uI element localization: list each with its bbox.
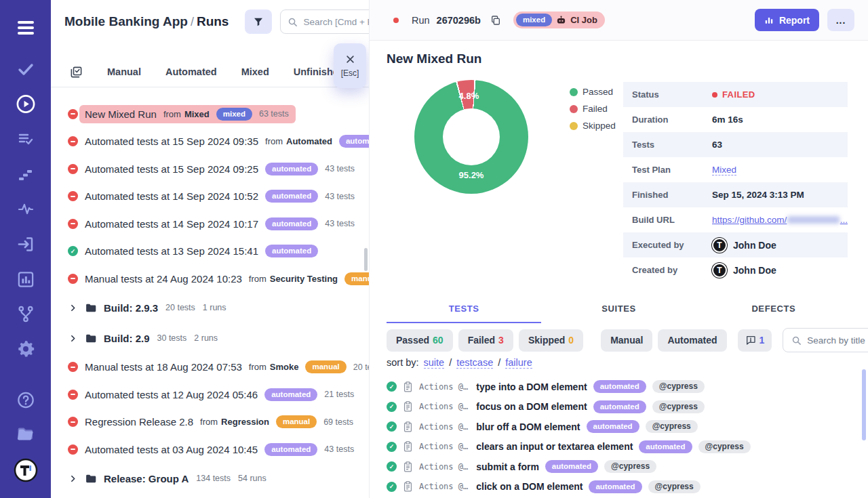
test-list-item[interactable]: Actions @… focus on a DOM element automa… [387,397,868,417]
detail-label: Status [632,89,712,100]
settings-gear-icon[interactable] [16,339,35,358]
menu-icon[interactable] [16,19,36,37]
sort-testcase-link[interactable]: testcase [456,357,493,369]
filter-automated-button[interactable]: Automated [658,329,726,352]
run-group-item[interactable]: Release: Group A 134 tests 54 runs [51,463,369,494]
from-label: from [249,362,267,372]
user-name: John Doe [733,240,776,251]
breadcrumb-project[interactable]: Mobile Banking App [64,14,188,29]
analytics-icon[interactable] [16,270,35,289]
run-type-badge: manual [276,415,317,428]
test-list-item[interactable]: Actions @… type into a DOM element autom… [387,377,868,397]
run-list-item[interactable]: Automated tests at 14 Sep 2024 10:17 aut… [51,210,369,238]
legend-label: Skipped [583,121,616,131]
legend-item[interactable]: Passed [570,87,616,97]
detail-label: Build URL [632,215,712,225]
steps-icon[interactable] [17,166,35,182]
testomat-logo[interactable] [14,458,38,482]
from-plan-name: Smoke [270,362,299,372]
run-list-item[interactable]: Manual tests at 18 Aug 2024 07:53 fromSm… [51,354,369,381]
help-icon[interactable] [16,391,35,409]
test-search [783,328,868,352]
skipped-label: Skipped [528,335,565,346]
filter-passed-button[interactable]: Passed60 [387,329,453,352]
run-list-item[interactable]: Automated tests at 12 Aug 2024 05:46 aut… [51,381,369,409]
comments-filter-button[interactable]: 1 [738,329,772,352]
filter-manual-button[interactable]: Manual [601,329,652,352]
ci-job-badge[interactable]: mixed CI Job [513,12,605,28]
suite-name: Actions [419,382,454,392]
filter-button[interactable] [245,9,272,34]
automated-badge: automated [589,480,642,493]
pulse-activity-icon[interactable] [16,201,35,217]
esc-close-button[interactable]: [Esc] [334,43,366,88]
copy-run-id-button[interactable] [489,14,502,27]
tab-mixed[interactable]: Mixed [241,66,269,77]
test-search-input[interactable] [807,335,868,346]
run-list-item[interactable]: Automated tests at 13 Sep 2024 15:41 aut… [51,238,369,266]
test-list-item[interactable]: Actions @… submit a form automated @cypr… [387,457,868,477]
runs-search-input[interactable] [303,17,370,27]
suite-name: Actions [419,402,454,411]
tests-count: 43 tests [325,192,355,201]
left-scrollbar-thumb[interactable] [364,248,368,271]
run-list-item[interactable]: Automated tests at 15 Sep 2024 09:35 fro… [51,128,369,156]
report-button[interactable]: Report [755,9,819,31]
robot-icon [556,16,566,24]
select-all-icon[interactable] [70,66,83,79]
run-list-item[interactable]: New Mixed Run fromMixed mixed 63 tests [51,100,369,128]
sort-suite-link[interactable]: suite [424,357,445,369]
run-list-item[interactable]: Regression Release 2.8 fromRegression ma… [51,409,369,436]
tag-badge: @cypress [698,440,751,453]
runs-play-icon[interactable] [16,94,35,114]
tests-count: 20 tests [353,362,370,372]
projects-folder-icon[interactable] [16,426,35,442]
from-plan-name: Security Testing [270,274,338,284]
tab-tests[interactable]: TESTS [387,298,541,323]
filter-skipped-button[interactable]: Skipped0 [519,329,583,352]
suite-path: @… [458,442,468,451]
run-list-item[interactable]: Automated tests at 03 Aug 2024 10:45 aut… [51,436,369,463]
legend-item[interactable]: Skipped [570,121,616,131]
run-item-title: New Mixed Run [85,108,157,120]
group-title: Build: 2.9 [104,333,150,344]
legend-item[interactable]: Failed [570,104,616,114]
import-icon[interactable] [16,235,35,253]
run-group-item[interactable]: Build: 2.9 30 tests 2 runs [51,323,369,354]
test-list-item[interactable]: Actions @… click on a DOM element automa… [387,477,868,497]
tab-defects[interactable]: DEFECTS [696,298,851,323]
run-type-badge: automated [265,163,318,175]
test-plans-icon[interactable] [16,131,35,147]
run-list-item[interactable]: Manual tests at 24 Aug 2024 10:23 fromSe… [51,265,369,293]
run-group-item[interactable]: Build: 2.9.3 20 tests 1 runs [51,293,369,323]
tab-automated[interactable]: Automated [165,66,217,77]
runs-filter-tabs: Manual Automated Mixed Unfinished [51,57,369,87]
tests-count: 43 tests [324,444,354,454]
run-list-item[interactable]: Automated tests at 15 Sep 2024 09:25 aut… [51,155,369,183]
sort-failure-link[interactable]: failure [505,357,532,369]
suite-name: Actions [419,442,454,451]
more-options-button[interactable]: ... [827,9,854,31]
test-list-item[interactable]: Actions @… blur off a DOM element automa… [387,417,868,437]
tab-manual[interactable]: Manual [107,66,141,77]
filter-failed-button[interactable]: Failed3 [458,329,513,352]
user-value: TJohn Doe [712,263,776,278]
tab-suites[interactable]: SUITES [541,298,696,323]
automated-badge: automated [639,440,692,453]
test-list-item[interactable]: Actions @… clears an input or textarea e… [387,437,868,457]
user-name: John Doe [733,265,776,276]
run-list-item[interactable]: Automated tests at 14 Sep 2024 10:52 aut… [51,183,369,211]
detail-value: 63 [712,140,722,150]
tests-check-icon[interactable] [16,61,35,77]
suite-name: Actions [419,422,454,432]
failed-status-icon [68,362,78,372]
tag-badge: @cypress [604,460,656,473]
copy-icon [490,15,501,26]
sort-separator: / [449,357,452,368]
detail-row: Duration 6m 16s [623,107,848,132]
branch-icon[interactable] [16,305,35,323]
run-type-badge: automated [264,443,317,456]
test-plan-link[interactable]: Mixed [712,165,736,175]
build-url-link[interactable]: https://github.com/... [712,215,848,225]
right-scrollbar-thumb[interactable] [862,369,866,440]
